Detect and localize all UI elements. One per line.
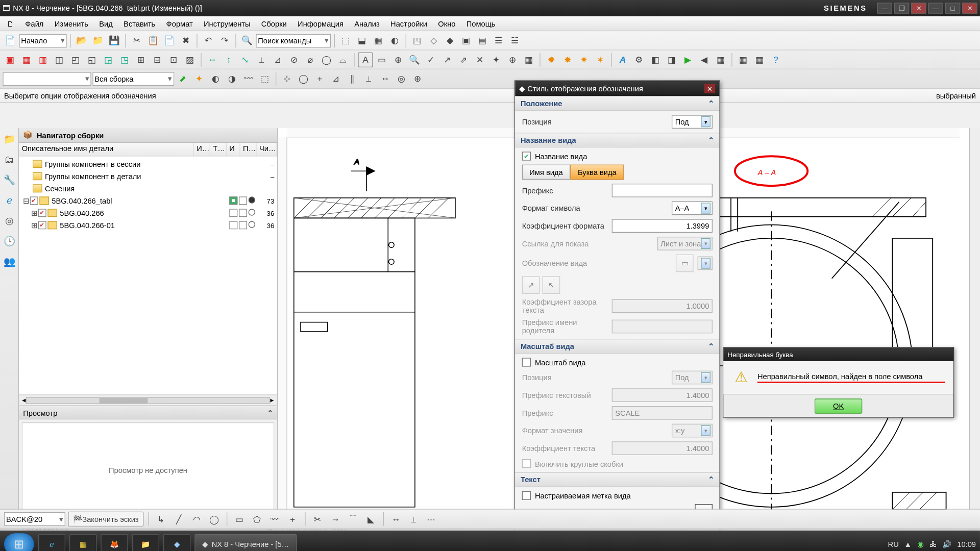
checkbox-icon[interactable]: ✔ — [38, 209, 46, 217]
app-menu-icon[interactable]: 🗋 — [2, 18, 20, 29]
t3-6-icon[interactable]: ⬚ — [257, 71, 272, 86]
tb-c-icon[interactable]: ▦ — [371, 33, 386, 48]
view-letter-button[interactable]: Буква вида — [570, 165, 624, 180]
sk-point-icon[interactable]: + — [285, 512, 300, 527]
t2-c4-icon[interactable]: ◨ — [664, 52, 679, 67]
taskbar-nx-task[interactable]: ◆NX 8 - Черчение - [5… — [194, 534, 297, 551]
t2-a4-icon[interactable]: 🔍 — [407, 52, 422, 67]
col-name[interactable]: Описательное имя детали — [19, 143, 194, 156]
sk-fillet-icon[interactable]: ⌒ — [346, 512, 360, 527]
t2-4-icon[interactable]: ◫ — [52, 52, 66, 67]
t2-dim2-icon[interactable]: ↕ — [221, 52, 236, 67]
symbol-format-combo[interactable]: A–A▾ — [672, 202, 713, 215]
menu-help[interactable]: Помощь — [461, 18, 501, 29]
t3-10-icon[interactable]: ⊿ — [329, 71, 344, 86]
taskbar-explorer-icon[interactable]: 📁 — [132, 534, 159, 551]
sk-con-icon[interactable]: ⟂ — [406, 512, 421, 527]
tree-row[interactable]: ⊞✔5BG.040.266-0136 — [19, 219, 277, 231]
menu-info[interactable]: Информация — [292, 18, 349, 29]
minimize-button[interactable]: — — [877, 3, 892, 13]
close-button[interactable]: ✕ — [911, 3, 926, 13]
msgbox-title[interactable]: Неправильная буква — [723, 347, 953, 361]
tb-e-icon[interactable]: ◳ — [410, 33, 425, 48]
undo-icon[interactable]: ↶ — [201, 33, 215, 48]
t3-15-icon[interactable]: ⊕ — [410, 71, 425, 86]
tb-b-icon[interactable]: ⬓ — [355, 33, 370, 48]
tree-row[interactable]: Группы компонент в сессии– — [19, 158, 277, 170]
system-tray[interactable]: RU ▲ ◉ 🖧 🔊 10:09 — [888, 540, 976, 548]
tb-a-icon[interactable]: ⬚ — [338, 33, 353, 48]
menu-insert[interactable]: Вставить — [118, 18, 161, 29]
tray-action-icon[interactable]: ◉ — [917, 540, 924, 548]
menu-analysis[interactable]: Анализ — [349, 18, 385, 29]
t2-11-icon[interactable]: ⊡ — [166, 52, 181, 67]
t2-a3-icon[interactable]: ⊕ — [390, 52, 405, 67]
sk-extend-icon[interactable]: → — [328, 512, 342, 527]
collapse-icon[interactable]: ⌃ — [267, 409, 273, 417]
tb-g-icon[interactable]: ◆ — [443, 33, 457, 48]
t2-dim3-icon[interactable]: ⤡ — [237, 52, 252, 67]
t2-d2-icon[interactable]: ▦ — [752, 52, 767, 67]
sk-poly-icon[interactable]: ⬠ — [250, 512, 264, 527]
t2-dim6-icon[interactable]: ⊘ — [286, 52, 301, 67]
menu-edit[interactable]: Изменить — [49, 18, 93, 29]
tb-k-icon[interactable]: ☱ — [508, 33, 523, 48]
menu-file[interactable]: Файл — [20, 18, 49, 29]
tree-row[interactable]: Группы компонент в детали– — [19, 170, 277, 182]
position-combo[interactable]: Под▾ — [672, 115, 713, 129]
viewname-checkbox[interactable]: ✔ — [522, 152, 531, 160]
t2-10-icon[interactable]: ⊟ — [150, 52, 164, 67]
finish-sketch-icon[interactable]: 🏁 Закончить эскиз — [68, 512, 143, 527]
sk-circle-icon[interactable]: ◯ — [207, 512, 222, 527]
checkbox-icon[interactable]: ✔ — [38, 221, 46, 229]
t2-a9-icon[interactable]: ✦ — [488, 52, 503, 67]
tb-j-icon[interactable]: ☰ — [492, 33, 506, 48]
dialog-titlebar[interactable]: ◆ Стиль отображения обозначения ✕ — [515, 81, 719, 96]
clock[interactable]: 10:09 — [957, 540, 976, 548]
open2-icon[interactable]: 📁 — [90, 33, 105, 48]
tb-i-icon[interactable]: ▤ — [475, 33, 490, 48]
sk-dim-icon[interactable]: ↔ — [388, 512, 403, 527]
scale-checkbox[interactable] — [522, 358, 531, 366]
navigator-hscroll[interactable]: ◂▸ — [19, 394, 277, 405]
lang-indicator[interactable]: RU — [888, 540, 899, 548]
t2-b4-icon[interactable]: ✶ — [593, 52, 607, 67]
dialog-close-icon[interactable]: ✕ — [704, 84, 715, 93]
assembly-filter[interactable]: Вся сборка▾ — [92, 72, 174, 86]
tray-flag-icon[interactable]: ▲ — [904, 540, 912, 548]
search-icon[interactable]: 🔍 — [239, 33, 254, 48]
t3-1-icon[interactable]: ⬈ — [176, 71, 190, 86]
col-4[interactable]: П… — [240, 143, 257, 156]
section-viewname[interactable]: Название вида⌃ — [515, 133, 719, 147]
col-2[interactable]: Т… — [210, 143, 227, 156]
navigator-tree[interactable]: Группы компонент в сессии– Группы компон… — [19, 157, 277, 395]
t2-b2-icon[interactable]: ✸ — [560, 52, 575, 67]
menu-preferences[interactable]: Настройки — [385, 18, 432, 29]
t2-note-icon[interactable]: A — [358, 52, 373, 67]
t2-8-icon[interactable]: ◳ — [117, 52, 132, 67]
rail-roles-icon[interactable]: 👥 — [3, 255, 16, 268]
t2-d1-icon[interactable]: ▦ — [736, 52, 750, 67]
t2-b1-icon[interactable]: ✹ — [544, 52, 558, 67]
sk-trim-icon[interactable]: ✂ — [310, 512, 325, 527]
t2-12-icon[interactable]: ▨ — [182, 52, 197, 67]
rail-web-icon[interactable]: ℯ — [3, 193, 16, 207]
tb-h-icon[interactable]: ▣ — [459, 33, 474, 48]
view-name-button[interactable]: Имя вида — [522, 165, 571, 180]
sk-spline-icon[interactable]: 〰 — [267, 512, 282, 527]
start-combo[interactable]: Начало▾ — [19, 34, 66, 47]
t2-a6-icon[interactable]: ↗ — [439, 52, 454, 67]
t2-c7-icon[interactable]: ▦ — [713, 52, 728, 67]
tb-d-icon[interactable]: ◐ — [387, 33, 402, 48]
t2-dim1-icon[interactable]: ↔ — [205, 52, 219, 67]
maximize-button[interactable]: □ — [945, 3, 960, 13]
t2-help-icon[interactable]: ? — [768, 52, 783, 67]
t2-b3-icon[interactable]: ✷ — [576, 52, 591, 67]
section-position[interactable]: Положение⌃ — [515, 96, 719, 111]
t2-a5-icon[interactable]: ✓ — [423, 52, 438, 67]
tree-row[interactable]: ⊟✔5BG.040.266_tabl■73 — [19, 194, 277, 207]
t3-9-icon[interactable]: + — [312, 71, 327, 86]
sk-chamfer-icon[interactable]: ◣ — [363, 512, 378, 527]
tree-row[interactable]: ⊞✔5BG.040.26636 — [19, 207, 277, 219]
menu-assemblies[interactable]: Сборки — [256, 18, 292, 29]
